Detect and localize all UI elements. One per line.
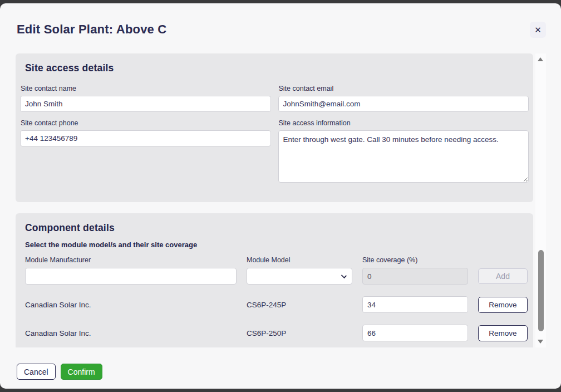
contact-email-input[interactable] — [278, 96, 529, 112]
page-title: Edit Solar Plant: Above C — [17, 22, 166, 37]
modal-scroll-area: Site access details Site contact name Si… — [16, 53, 533, 347]
vertical-scrollbar[interactable] — [535, 53, 546, 347]
add-module-button[interactable]: Add — [478, 268, 528, 284]
scrollbar-thumb[interactable] — [538, 250, 544, 331]
contact-email-label: Site contact email — [279, 85, 529, 92]
contact-name-input[interactable] — [20, 96, 271, 112]
edit-solar-plant-modal: Edit Solar Plant: Above C ✕ Site access … — [0, 3, 561, 389]
confirm-button[interactable]: Confirm — [61, 364, 102, 380]
contact-phone-input[interactable] — [20, 130, 271, 146]
module-model-select-wrap — [247, 268, 352, 285]
access-info-textarea[interactable]: Enter through west gate. Call 30 minutes… — [278, 130, 529, 183]
close-icon: ✕ — [534, 26, 542, 34]
module-row: Canadian Solar Inc. CS6P-250P Remove — [25, 325, 527, 341]
module-manufacturer-input[interactable] — [25, 268, 237, 285]
site-access-form: Site contact name Site contact email Sit… — [20, 85, 529, 185]
contact-name-field-group: Site contact name — [20, 85, 271, 112]
module-row-model: CS6P-245P — [247, 301, 352, 309]
site-coverage-input[interactable] — [362, 268, 468, 285]
column-site-coverage: Site coverage (%) — [362, 256, 468, 264]
site-access-heading: Site access details — [25, 53, 529, 74]
remove-module-button[interactable]: Remove — [478, 325, 528, 341]
new-module-row: Add — [25, 268, 527, 285]
access-info-label: Site access information — [279, 119, 529, 127]
component-details-heading: Component details — [25, 213, 527, 234]
remove-module-button[interactable]: Remove — [478, 297, 528, 313]
module-row-coverage-input[interactable] — [362, 296, 468, 313]
module-row-manufacturer: Canadian Solar Inc. — [25, 301, 237, 309]
module-row-manufacturer: Canadian Solar Inc. — [25, 329, 237, 337]
component-column-headers: Module Manufacturer Module Model Site co… — [25, 256, 527, 264]
component-details-panel: Component details Select the module mode… — [16, 213, 533, 347]
component-details-subheading: Select the module model/s and their site… — [25, 241, 527, 249]
modal-footer: Cancel Confirm — [17, 364, 102, 380]
contact-phone-field-group: Site contact phone — [20, 119, 271, 185]
access-info-field-group: Site access information Enter through we… — [278, 119, 529, 185]
module-model-select[interactable] — [247, 268, 352, 285]
cancel-button[interactable]: Cancel — [17, 364, 56, 380]
module-row: Canadian Solar Inc. CS6P-245P Remove — [25, 296, 527, 313]
contact-name-label: Site contact name — [21, 85, 271, 92]
column-module-manufacturer: Module Manufacturer — [25, 256, 237, 264]
scroll-down-icon[interactable] — [538, 340, 543, 344]
scroll-up-icon[interactable] — [538, 57, 543, 61]
contact-email-field-group: Site contact email — [278, 85, 529, 112]
column-module-model: Module Model — [247, 256, 352, 264]
module-row-model: CS6P-250P — [247, 329, 352, 337]
module-row-coverage-input[interactable] — [362, 325, 468, 341]
site-access-panel: Site access details Site contact name Si… — [16, 53, 533, 202]
contact-phone-label: Site contact phone — [21, 119, 271, 127]
close-button[interactable]: ✕ — [530, 22, 546, 38]
